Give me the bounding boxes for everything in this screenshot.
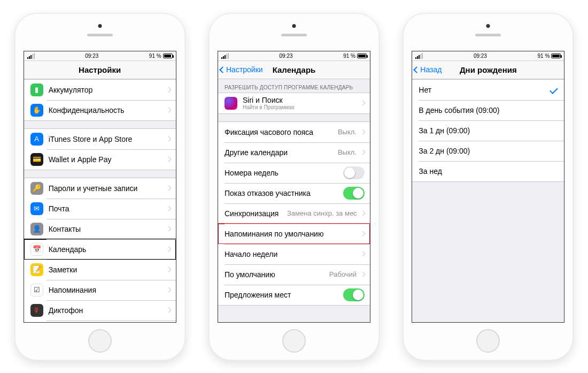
signal-icon (221, 53, 229, 59)
row-sync[interactable]: Синхронизация Замена синхр. за мес (218, 203, 370, 224)
check-icon (550, 86, 559, 94)
key-icon: 🔑 (30, 182, 43, 195)
row-label: Фиксация часового пояса (225, 128, 338, 136)
row-privacy[interactable]: ✋ Конфиденциальность (24, 100, 176, 120)
privacy-icon: ✋ (30, 104, 43, 117)
chevron-right-icon (360, 101, 366, 106)
page-title: Дни рождения (460, 65, 517, 74)
chevron-right-icon (166, 87, 171, 93)
row-label: Почта (49, 204, 165, 213)
row-label: Синхронизация (225, 209, 287, 218)
status-time: 09:23 (85, 53, 98, 59)
row-siri-search[interactable]: Siri и Поиск Найти в Программах (218, 93, 370, 113)
row-label: Контакты (49, 225, 165, 233)
row-default-alerts[interactable]: Напоминания по умолчанию (218, 224, 370, 244)
row-voice-memos[interactable]: 🎙 Диктофон (24, 300, 176, 321)
phone-frame-2: 09:23 91 % Настройки Календарь РАЗРЕШИТЬ… (208, 13, 380, 361)
row-alternate-calendars[interactable]: Другие календари Выкл. (218, 142, 370, 163)
screen-settings-root: 09:23 91 % Настройки ▮ Аккумулятор ✋ Кон… (24, 51, 176, 323)
home-button[interactable] (282, 329, 306, 353)
chevron-right-icon (360, 130, 366, 135)
option-day-of-event[interactable]: В день события (09:00) (412, 100, 564, 120)
chevron-right-icon (166, 206, 171, 211)
contacts-icon: 👤 (30, 223, 43, 235)
chevron-right-icon (166, 247, 171, 252)
row-passwords[interactable]: 🔑 Пароли и учетные записи (24, 178, 176, 199)
birthday-options-list[interactable]: Нет В день события (09:00) За 1 дн (09:0… (412, 79, 564, 322)
chevron-right-icon (166, 287, 171, 293)
row-detail: Выкл. (338, 128, 357, 136)
chevron-right-icon (166, 186, 171, 191)
signal-icon (27, 53, 35, 59)
settings-list[interactable]: ▮ Аккумулятор ✋ Конфиденциальность A iTu… (24, 79, 176, 322)
status-bar: 09:23 91 % (412, 51, 564, 61)
row-contacts[interactable]: 👤 Контакты (24, 219, 176, 239)
reminders-icon: ☑ (30, 284, 43, 296)
row-wallet[interactable]: 💳 Wallet и Apple Pay (24, 149, 176, 170)
row-timezone-override[interactable]: Фиксация часового пояса Выкл. (218, 122, 370, 142)
status-bar: 09:23 91 % (24, 51, 176, 61)
earpiece (475, 34, 501, 36)
home-button[interactable] (476, 329, 500, 353)
row-week-numbers[interactable]: Номера недель (218, 163, 370, 183)
calendar-settings-list[interactable]: РАЗРЕШИТЬ ДОСТУП ПРОГРАММЕ КАЛЕНДАРЬ Sir… (218, 79, 370, 322)
notes-icon: 📝 (30, 263, 43, 276)
row-reminders[interactable]: ☑ Напоминания (24, 280, 176, 300)
mail-icon: ✉ (30, 202, 43, 215)
nav-bar: Настройки Календарь (218, 61, 370, 79)
row-label: Конфиденциальность (49, 106, 165, 115)
back-button[interactable]: Настройки (220, 61, 263, 79)
signal-icon (415, 53, 423, 59)
option-label: В день события (09:00) (419, 106, 559, 115)
earpiece (87, 34, 113, 36)
row-location-suggestions[interactable]: Предложения мест (218, 285, 370, 305)
row-sub: Найти в Программах (243, 104, 295, 110)
screen-calendar-settings: 09:23 91 % Настройки Календарь РАЗРЕШИТЬ… (218, 51, 370, 323)
row-mail[interactable]: ✉ Почта (24, 199, 176, 219)
row-show-declined[interactable]: Показ отказов участника (218, 183, 370, 203)
voice-memos-icon: 🎙 (30, 304, 43, 317)
toggle-week-numbers[interactable] (343, 166, 365, 179)
chevron-right-icon (360, 272, 366, 277)
wallet-icon: 💳 (30, 153, 43, 166)
back-label: Назад (420, 65, 442, 74)
row-label: По умолчанию (225, 270, 329, 279)
back-button[interactable]: Назад (414, 61, 442, 79)
toggle-location-suggestions[interactable] (343, 288, 365, 301)
home-button[interactable] (88, 329, 112, 353)
battery-icon (357, 54, 367, 58)
page-title: Календарь (273, 65, 316, 74)
row-label: Аккумулятор (49, 86, 165, 94)
chevron-right-icon (360, 211, 366, 216)
row-label: Диктофон (49, 306, 165, 315)
row-label: iTunes Store и App Store (49, 135, 165, 143)
row-phone[interactable]: 📞 Телефон (24, 321, 176, 322)
phone-frame-1: 09:23 91 % Настройки ▮ Аккумулятор ✋ Кон… (14, 13, 185, 361)
status-time: 09:23 (474, 53, 487, 59)
option-1-day-before[interactable]: За 1 дн (09:00) (412, 120, 564, 141)
camera-dot (486, 24, 490, 28)
option-label: За 1 дн (09:00) (419, 126, 559, 135)
nav-bar: Настройки (24, 61, 176, 79)
row-label: Календарь (49, 245, 165, 254)
row-label: Начало недели (225, 250, 359, 258)
row-itunes-appstore[interactable]: A iTunes Store и App Store (24, 129, 176, 149)
option-1-week-before[interactable]: За нед (412, 161, 564, 181)
option-none[interactable]: Нет (412, 80, 564, 100)
row-label: Заметки (49, 265, 165, 274)
row-default-calendar[interactable]: По умолчанию Рабочий (218, 264, 370, 285)
chevron-right-icon (360, 150, 366, 155)
camera-dot (292, 24, 296, 28)
battery-percent: 91 % (343, 53, 355, 59)
chevron-right-icon (166, 157, 171, 162)
row-calendar[interactable]: 📅 Календарь (24, 239, 176, 260)
toggle-show-declined[interactable] (343, 187, 365, 200)
row-start-week[interactable]: Начало недели (218, 244, 370, 264)
option-label: За 2 дн (09:00) (419, 147, 559, 155)
option-2-days-before[interactable]: За 2 дн (09:00) (412, 141, 564, 161)
row-notes[interactable]: 📝 Заметки (24, 260, 176, 280)
screen-birthday-alerts: 09:23 91 % Назад Дни рождения Нет В день… (412, 51, 564, 323)
status-time: 09:23 (280, 53, 293, 59)
option-label: За нед (419, 167, 559, 176)
row-battery[interactable]: ▮ Аккумулятор (24, 80, 176, 100)
